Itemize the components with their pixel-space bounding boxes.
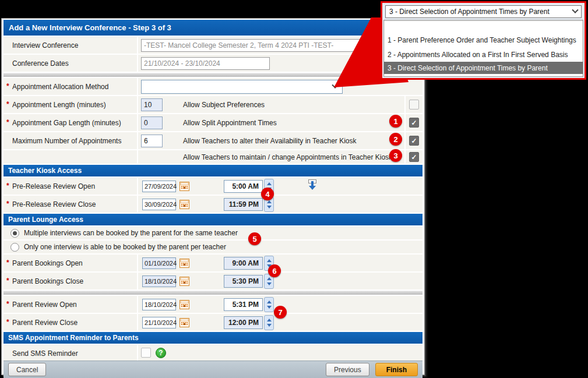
parent-review-close-date[interactable]: 21/10/2024 [142, 317, 176, 328]
max-appointments-input[interactable] [141, 135, 163, 147]
required-asterisk: * [6, 318, 9, 326]
calendar-icon[interactable] [178, 199, 190, 210]
time-spinner[interactable] [264, 297, 274, 312]
parent-bookings-open-label: *Parent Bookings Open [3, 255, 137, 271]
row-radio-multiple: Multiple interviews can be booked by the… [3, 227, 422, 239]
allow-split-times-checkbox[interactable] [409, 118, 419, 128]
row-maintain-appointments: Allow Teachers to maintain / change Appo… [3, 150, 422, 164]
allow-alter-availability-label: Allow Teachers to alter their Availabili… [183, 137, 357, 145]
pre-release-close-time[interactable]: 11:59 PM [224, 198, 263, 211]
conference-dates-label: Conference Dates [3, 55, 137, 72]
row-conference-dates: Conference Dates [3, 55, 422, 72]
annotation-badge-6: 6 [268, 264, 281, 277]
allow-subject-preferences-checkbox[interactable] [409, 100, 419, 109]
calendar-icon[interactable] [178, 299, 190, 310]
screen: Add a New Interview Conference - Step 3 … [0, 0, 588, 378]
allocation-overlay-select[interactable]: 3 - Direct Selection of Appointment Time… [385, 5, 582, 18]
appointment-length-label: *Appointment Length (minutes) [3, 96, 137, 113]
parent-bookings-open-time[interactable]: 9:00 AM [224, 257, 263, 270]
parent-bookings-close-time[interactable]: 5:30 PM [224, 275, 263, 288]
row-appointment-gap: *Appointment Gap Length (minutes) Allow … [3, 114, 422, 131]
dialog-title: Add a New Interview Conference - Step 3 … [3, 20, 422, 36]
appointment-gap-input[interactable] [141, 116, 163, 129]
pre-release-close-date[interactable]: 30/09/2024 [142, 199, 176, 210]
calendar-icon[interactable] [178, 317, 190, 328]
dropdown-option-blank[interactable] [384, 20, 583, 33]
empty-label-cell [3, 150, 137, 164]
row-parent-bookings-open: *Parent Bookings Open 01/10/2024 9:00 AM [3, 255, 422, 271]
row-interview-conference: Interview Conference [3, 37, 422, 54]
section-divider [3, 73, 422, 77]
multiple-interviews-radio[interactable] [10, 229, 19, 238]
parent-bookings-close-label: *Parent Bookings Close [3, 273, 137, 289]
required-asterisk: * [6, 82, 9, 90]
multiple-interviews-label: Multiple interviews can be booked by the… [24, 229, 238, 237]
row-max-appointments: Maximum Number of Appointments Allow Tea… [3, 132, 422, 149]
chevron-down-icon [572, 7, 578, 13]
parent-review-open-label: *Parent Review Open [3, 296, 137, 313]
send-sms-checkbox[interactable] [141, 348, 151, 358]
single-interview-label: Only one interview is able to be booked … [24, 243, 226, 251]
parent-bookings-close-date[interactable]: 18/10/2024 [142, 275, 176, 287]
sms-section-header: SMS Appointment Reminder to Parents [3, 332, 422, 344]
row-parent-review-close: *Parent Review Close 21/10/2024 12:00 PM [3, 314, 422, 331]
required-asterisk: * [6, 300, 9, 308]
allow-maintain-appointments-checkbox[interactable] [409, 152, 419, 162]
allocation-method-select[interactable] [141, 80, 343, 94]
row-allocation-method: *Appointment Allocation Method [3, 78, 422, 95]
pre-release-close-label: *Pre-Release Review Close [3, 196, 137, 213]
annotation-badge-4: 4 [261, 188, 274, 200]
parent-review-close-label: *Parent Review Close [3, 314, 137, 331]
help-icon[interactable] [156, 348, 166, 358]
dropdown-option-2[interactable]: 2 - Appointments Allocated on a First In… [384, 47, 583, 62]
interview-conference-input[interactable] [141, 39, 375, 52]
appointment-gap-label: *Appointment Gap Length (minutes) [3, 114, 137, 131]
row-parent-review-open: *Parent Review Open 18/10/2024 5:31 PM [3, 296, 422, 313]
appointment-length-input[interactable] [141, 98, 163, 111]
finish-button[interactable]: Finish [375, 363, 418, 376]
dropdown-option-1[interactable]: 1 - Parent Preference Order and Teacher … [384, 33, 583, 47]
allow-alter-availability-checkbox[interactable] [409, 136, 419, 146]
row-pre-release-close: *Pre-Release Review Close 30/09/2024 11:… [3, 196, 422, 213]
calendar-icon[interactable] [178, 276, 190, 287]
copy-down-icon[interactable] [307, 179, 318, 193]
allocation-overlay-selected-value: 3 - Direct Selection of Appointment Time… [389, 8, 573, 16]
annotation-badge-1: 1 [389, 115, 402, 128]
cancel-button[interactable]: Cancel [8, 363, 46, 376]
single-interview-radio[interactable] [10, 243, 19, 252]
allow-maintain-appointments-label: Allow Teachers to maintain / change Appo… [183, 153, 392, 161]
allow-subject-preferences-label: Allow Subject Preferences [183, 101, 265, 109]
allocation-dropdown-overlay: 3 - Direct Selection of Appointment Time… [381, 1, 586, 80]
parent-review-open-time[interactable]: 5:31 PM [224, 298, 263, 311]
parent-lounge-section-header: Parent Lounge Access [3, 214, 422, 225]
required-asterisk: * [6, 259, 9, 267]
pre-release-open-time[interactable]: 5:00 AM [224, 180, 263, 193]
required-asterisk: * [6, 118, 9, 126]
row-radio-single: Only one interview is able to be booked … [3, 241, 422, 253]
allow-split-times-label: Allow Split Appointment Times [183, 119, 277, 127]
parent-review-close-time[interactable]: 12:00 PM [224, 316, 263, 329]
required-asterisk: * [6, 200, 9, 208]
pre-release-open-date[interactable]: 27/09/2024 [142, 181, 176, 192]
calendar-icon[interactable] [178, 181, 190, 192]
dropdown-option-3-highlighted[interactable]: 3 - Direct Selection of Appointment Time… [384, 62, 583, 74]
parent-bookings-open-date[interactable]: 01/10/2024 [142, 257, 176, 269]
dialog-footer: Cancel Previous Finish [3, 361, 422, 378]
time-spinner[interactable] [264, 315, 274, 330]
required-asterisk: * [6, 182, 9, 190]
teacher-kiosk-section-header: Teacher Kiosk Access [3, 165, 422, 176]
annotation-badge-3: 3 [389, 149, 402, 162]
section-divider [3, 291, 422, 295]
required-asterisk: * [6, 100, 9, 108]
allocation-overlay-list: 1 - Parent Preference Order and Teacher … [383, 20, 583, 77]
conference-dates-input[interactable] [141, 57, 270, 70]
calendar-icon[interactable] [178, 258, 190, 269]
row-parent-bookings-close: *Parent Bookings Close 18/10/2024 5:30 P… [3, 273, 422, 289]
annotation-badge-5: 5 [248, 232, 261, 245]
parent-review-open-date[interactable]: 18/10/2024 [142, 299, 176, 310]
previous-button[interactable]: Previous [326, 363, 369, 376]
row-pre-release-open: *Pre-Release Review Open 27/09/2024 5:00… [3, 178, 422, 195]
annotation-badge-7: 7 [274, 306, 287, 319]
add-conference-dialog: Add a New Interview Conference - Step 3 … [1, 18, 425, 375]
chevron-down-icon [332, 82, 338, 88]
